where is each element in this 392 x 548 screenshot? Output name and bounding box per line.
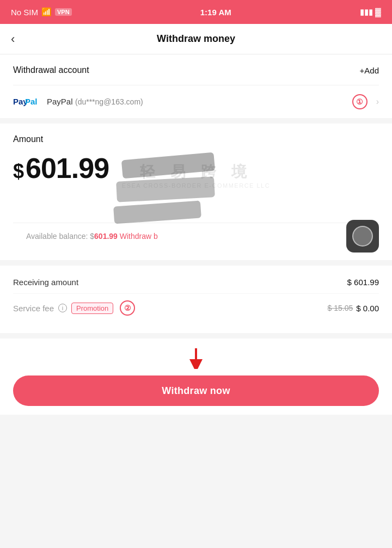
content-area: Withdrawal account +Add Pay Pal PayPal (… (0, 54, 392, 548)
paypal-info: Pay Pal PayPal (du***ng@163.com) (13, 96, 143, 108)
balance-bar: Available balance: $601.99 Withdraw b (13, 223, 379, 249)
amount-number: 601.99 (26, 152, 109, 184)
original-fee: $ 15.05 (328, 304, 353, 312)
svg-text:Pal: Pal (25, 97, 38, 106)
balance-text: Available balance: $601.99 Withdraw b (26, 232, 158, 241)
amount-label: Amount (13, 134, 379, 144)
summary-section: Receiving amount $ 601.99 Service fee i … (0, 266, 392, 333)
account-header: Withdrawal account +Add (13, 65, 379, 75)
assistive-touch (346, 220, 379, 253)
fee-value: $ 15.05 $ 0.00 (328, 304, 379, 313)
wifi-icon: 📶 (41, 7, 52, 17)
withdraw-suffix: Withdraw b (118, 232, 158, 241)
dollar-sign: $ (13, 160, 23, 182)
withdraw-button-wrap: Withdraw now (0, 338, 392, 415)
receiving-amount-row: Receiving amount $ 601.99 (13, 271, 379, 294)
paypal-logo: Pay Pal (13, 96, 41, 108)
receiving-label: Receiving amount (13, 278, 78, 287)
available-amount: 601.99 (94, 232, 118, 241)
annotation-1: ① (352, 94, 367, 109)
amount-display-area: $601.99 (13, 152, 379, 223)
promotion-badge: Promotion (71, 303, 113, 314)
receiving-value: $ 601.99 (347, 278, 379, 287)
page-title: Withdraw money (157, 33, 235, 45)
service-fee-left: Service fee i Promotion ② (13, 300, 135, 316)
annotation-2: ② (120, 300, 135, 316)
amount-inner: Amount $601.99 轻 易 跨 境 Esea Cross-border… (13, 134, 379, 223)
info-icon[interactable]: i (58, 304, 67, 312)
service-fee-row: Service fee i Promotion ② $ 15.05 $ 0.00 (13, 294, 379, 322)
amount-section: Amount $601.99 轻 易 跨 境 Esea Cross-border… (0, 124, 392, 260)
add-account-button[interactable]: +Add (360, 66, 379, 75)
chevron-right-icon: › (376, 97, 379, 107)
status-right: ▮▮▮ ▓ (360, 7, 381, 17)
status-left: No SIM 📶 VPN (11, 7, 72, 17)
discounted-fee: $ 0.00 (356, 304, 379, 313)
paypal-row[interactable]: Pay Pal PayPal (du***ng@163.com) ① › (13, 85, 379, 118)
status-time: 1:19 AM (200, 8, 231, 17)
withdraw-now-button[interactable]: Withdraw now (13, 375, 379, 406)
arrow-down (13, 347, 379, 371)
available-prefix: Available balance: $ (26, 232, 94, 241)
assistive-inner (352, 226, 373, 247)
paypal-email: (du***ng@163.com) (75, 97, 143, 106)
paypal-label: PayPal (du***ng@163.com) (47, 97, 143, 107)
vpn-badge: VPN (55, 8, 72, 16)
withdrawal-account-label: Withdrawal account (13, 65, 89, 75)
service-fee-label: Service fee (13, 304, 54, 313)
battery-icon: ▮▮▮ ▓ (360, 7, 381, 17)
paypal-name: PayPal (47, 97, 73, 106)
blur-box-2 (116, 176, 215, 202)
withdrawal-account-section: Withdrawal account +Add Pay Pal PayPal (… (0, 54, 392, 118)
nav-bar: ‹ Withdraw money (0, 24, 392, 54)
arrow-down-icon (185, 347, 207, 369)
status-bar: No SIM 📶 VPN 1:19 AM ▮▮▮ ▓ (0, 0, 392, 24)
carrier-label: No SIM (11, 8, 38, 17)
back-button[interactable]: ‹ (11, 32, 15, 46)
blur-box-3 (113, 200, 201, 224)
